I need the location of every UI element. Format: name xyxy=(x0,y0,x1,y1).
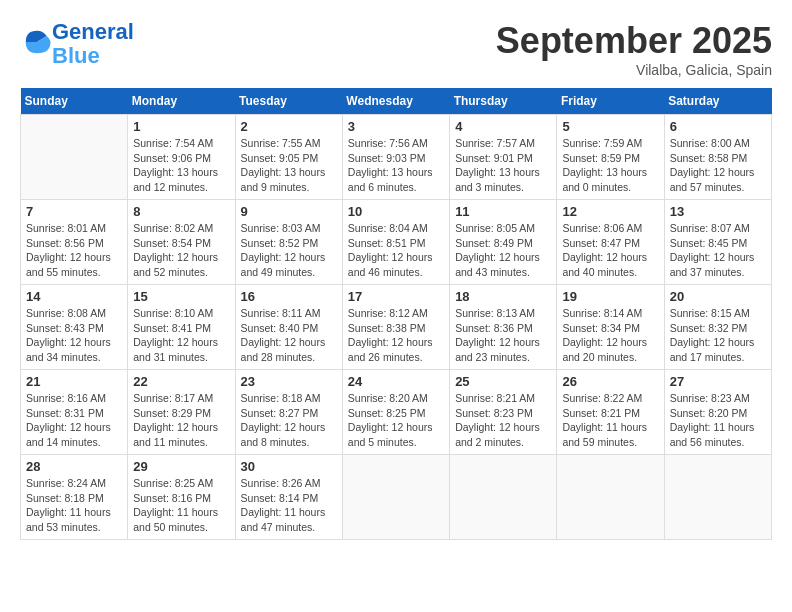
day-number: 11 xyxy=(455,204,551,219)
calendar-cell xyxy=(450,455,557,540)
day-number: 10 xyxy=(348,204,444,219)
calendar-cell: 20Sunrise: 8:15 AMSunset: 8:32 PMDayligh… xyxy=(664,285,771,370)
day-number: 3 xyxy=(348,119,444,134)
day-number: 7 xyxy=(26,204,122,219)
calendar-cell: 23Sunrise: 8:18 AMSunset: 8:27 PMDayligh… xyxy=(235,370,342,455)
day-info: Sunrise: 8:00 AMSunset: 8:58 PMDaylight:… xyxy=(670,136,766,195)
weekday-header-saturday: Saturday xyxy=(664,88,771,115)
day-number: 2 xyxy=(241,119,337,134)
calendar-week-1: 1Sunrise: 7:54 AMSunset: 9:06 PMDaylight… xyxy=(21,115,772,200)
day-info: Sunrise: 8:14 AMSunset: 8:34 PMDaylight:… xyxy=(562,306,658,365)
day-info: Sunrise: 7:59 AMSunset: 8:59 PMDaylight:… xyxy=(562,136,658,195)
calendar-cell: 2Sunrise: 7:55 AMSunset: 9:05 PMDaylight… xyxy=(235,115,342,200)
day-info: Sunrise: 8:12 AMSunset: 8:38 PMDaylight:… xyxy=(348,306,444,365)
day-info: Sunrise: 8:16 AMSunset: 8:31 PMDaylight:… xyxy=(26,391,122,450)
day-number: 17 xyxy=(348,289,444,304)
day-info: Sunrise: 8:01 AMSunset: 8:56 PMDaylight:… xyxy=(26,221,122,280)
calendar-cell: 27Sunrise: 8:23 AMSunset: 8:20 PMDayligh… xyxy=(664,370,771,455)
day-info: Sunrise: 8:23 AMSunset: 8:20 PMDaylight:… xyxy=(670,391,766,450)
calendar-cell xyxy=(664,455,771,540)
day-info: Sunrise: 8:07 AMSunset: 8:45 PMDaylight:… xyxy=(670,221,766,280)
calendar-week-4: 21Sunrise: 8:16 AMSunset: 8:31 PMDayligh… xyxy=(21,370,772,455)
day-info: Sunrise: 8:10 AMSunset: 8:41 PMDaylight:… xyxy=(133,306,229,365)
day-info: Sunrise: 7:57 AMSunset: 9:01 PMDaylight:… xyxy=(455,136,551,195)
calendar-cell xyxy=(21,115,128,200)
day-number: 23 xyxy=(241,374,337,389)
calendar-cell: 28Sunrise: 8:24 AMSunset: 8:18 PMDayligh… xyxy=(21,455,128,540)
day-number: 22 xyxy=(133,374,229,389)
calendar-week-3: 14Sunrise: 8:08 AMSunset: 8:43 PMDayligh… xyxy=(21,285,772,370)
day-info: Sunrise: 8:02 AMSunset: 8:54 PMDaylight:… xyxy=(133,221,229,280)
day-number: 13 xyxy=(670,204,766,219)
calendar-cell: 4Sunrise: 7:57 AMSunset: 9:01 PMDaylight… xyxy=(450,115,557,200)
day-number: 28 xyxy=(26,459,122,474)
day-info: Sunrise: 8:24 AMSunset: 8:18 PMDaylight:… xyxy=(26,476,122,535)
weekday-header-thursday: Thursday xyxy=(450,88,557,115)
day-info: Sunrise: 8:03 AMSunset: 8:52 PMDaylight:… xyxy=(241,221,337,280)
day-number: 27 xyxy=(670,374,766,389)
calendar-cell: 17Sunrise: 8:12 AMSunset: 8:38 PMDayligh… xyxy=(342,285,449,370)
day-number: 16 xyxy=(241,289,337,304)
calendar-cell: 9Sunrise: 8:03 AMSunset: 8:52 PMDaylight… xyxy=(235,200,342,285)
day-number: 8 xyxy=(133,204,229,219)
calendar-cell: 12Sunrise: 8:06 AMSunset: 8:47 PMDayligh… xyxy=(557,200,664,285)
day-info: Sunrise: 7:55 AMSunset: 9:05 PMDaylight:… xyxy=(241,136,337,195)
day-number: 21 xyxy=(26,374,122,389)
calendar-cell: 18Sunrise: 8:13 AMSunset: 8:36 PMDayligh… xyxy=(450,285,557,370)
calendar-cell: 30Sunrise: 8:26 AMSunset: 8:14 PMDayligh… xyxy=(235,455,342,540)
calendar-cell: 14Sunrise: 8:08 AMSunset: 8:43 PMDayligh… xyxy=(21,285,128,370)
calendar-cell: 6Sunrise: 8:00 AMSunset: 8:58 PMDaylight… xyxy=(664,115,771,200)
day-number: 4 xyxy=(455,119,551,134)
day-info: Sunrise: 8:05 AMSunset: 8:49 PMDaylight:… xyxy=(455,221,551,280)
weekday-header-row: SundayMondayTuesdayWednesdayThursdayFrid… xyxy=(21,88,772,115)
day-info: Sunrise: 7:54 AMSunset: 9:06 PMDaylight:… xyxy=(133,136,229,195)
logo-text: General Blue xyxy=(52,20,134,68)
day-info: Sunrise: 8:06 AMSunset: 8:47 PMDaylight:… xyxy=(562,221,658,280)
calendar-cell: 13Sunrise: 8:07 AMSunset: 8:45 PMDayligh… xyxy=(664,200,771,285)
day-info: Sunrise: 8:18 AMSunset: 8:27 PMDaylight:… xyxy=(241,391,337,450)
weekday-header-tuesday: Tuesday xyxy=(235,88,342,115)
calendar-cell: 3Sunrise: 7:56 AMSunset: 9:03 PMDaylight… xyxy=(342,115,449,200)
day-info: Sunrise: 8:11 AMSunset: 8:40 PMDaylight:… xyxy=(241,306,337,365)
calendar-cell: 1Sunrise: 7:54 AMSunset: 9:06 PMDaylight… xyxy=(128,115,235,200)
day-number: 5 xyxy=(562,119,658,134)
day-number: 9 xyxy=(241,204,337,219)
day-number: 14 xyxy=(26,289,122,304)
day-number: 20 xyxy=(670,289,766,304)
day-info: Sunrise: 8:08 AMSunset: 8:43 PMDaylight:… xyxy=(26,306,122,365)
day-info: Sunrise: 8:26 AMSunset: 8:14 PMDaylight:… xyxy=(241,476,337,535)
calendar-cell: 8Sunrise: 8:02 AMSunset: 8:54 PMDaylight… xyxy=(128,200,235,285)
day-info: Sunrise: 8:15 AMSunset: 8:32 PMDaylight:… xyxy=(670,306,766,365)
logo-line2: Blue xyxy=(52,43,100,68)
day-info: Sunrise: 8:17 AMSunset: 8:29 PMDaylight:… xyxy=(133,391,229,450)
day-number: 1 xyxy=(133,119,229,134)
day-info: Sunrise: 7:56 AMSunset: 9:03 PMDaylight:… xyxy=(348,136,444,195)
calendar-cell: 21Sunrise: 8:16 AMSunset: 8:31 PMDayligh… xyxy=(21,370,128,455)
calendar-week-2: 7Sunrise: 8:01 AMSunset: 8:56 PMDaylight… xyxy=(21,200,772,285)
day-number: 24 xyxy=(348,374,444,389)
calendar-cell xyxy=(557,455,664,540)
day-number: 18 xyxy=(455,289,551,304)
weekday-header-monday: Monday xyxy=(128,88,235,115)
calendar-cell: 11Sunrise: 8:05 AMSunset: 8:49 PMDayligh… xyxy=(450,200,557,285)
day-number: 19 xyxy=(562,289,658,304)
day-info: Sunrise: 8:04 AMSunset: 8:51 PMDaylight:… xyxy=(348,221,444,280)
calendar-cell: 7Sunrise: 8:01 AMSunset: 8:56 PMDaylight… xyxy=(21,200,128,285)
day-number: 30 xyxy=(241,459,337,474)
calendar-cell: 19Sunrise: 8:14 AMSunset: 8:34 PMDayligh… xyxy=(557,285,664,370)
header: General Blue September 2025 Vilalba, Gal… xyxy=(20,20,772,78)
day-info: Sunrise: 8:21 AMSunset: 8:23 PMDaylight:… xyxy=(455,391,551,450)
month-title: September 2025 xyxy=(496,20,772,62)
day-info: Sunrise: 8:22 AMSunset: 8:21 PMDaylight:… xyxy=(562,391,658,450)
day-info: Sunrise: 8:25 AMSunset: 8:16 PMDaylight:… xyxy=(133,476,229,535)
calendar-cell: 16Sunrise: 8:11 AMSunset: 8:40 PMDayligh… xyxy=(235,285,342,370)
calendar-cell: 29Sunrise: 8:25 AMSunset: 8:16 PMDayligh… xyxy=(128,455,235,540)
day-info: Sunrise: 8:13 AMSunset: 8:36 PMDaylight:… xyxy=(455,306,551,365)
day-number: 29 xyxy=(133,459,229,474)
calendar-cell: 15Sunrise: 8:10 AMSunset: 8:41 PMDayligh… xyxy=(128,285,235,370)
day-info: Sunrise: 8:20 AMSunset: 8:25 PMDaylight:… xyxy=(348,391,444,450)
calendar-cell xyxy=(342,455,449,540)
weekday-header-friday: Friday xyxy=(557,88,664,115)
calendar-cell: 5Sunrise: 7:59 AMSunset: 8:59 PMDaylight… xyxy=(557,115,664,200)
logo-line1: General xyxy=(52,19,134,44)
